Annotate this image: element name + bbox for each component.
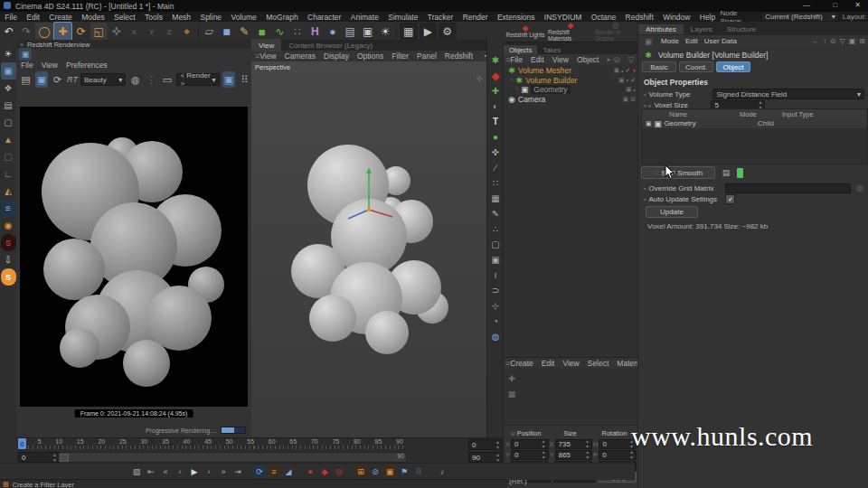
scatter-tool-icon[interactable]: ∷ [487,175,504,191]
redshift-gem-icon[interactable]: ◆ [487,68,504,83]
pen-tool-button[interactable]: ✎ [236,23,254,41]
object-menu-item[interactable]: View [552,55,569,64]
cube-sphere-icon[interactable]: ▤ [1,97,16,114]
keyframe-dot-icon[interactable]: • [644,185,646,192]
menu-item[interactable]: Edit [22,13,44,22]
box-preset-icon[interactable]: ▣ [1,62,16,80]
tab-attributes[interactable]: Attributes [638,24,684,34]
menu-item[interactable]: MoGraph [261,13,303,22]
undo-button[interactable]: ↶ [0,23,18,41]
position-lock-icon[interactable]: ⊞ [511,430,515,436]
next-key-button[interactable]: » [217,465,230,478]
generator-icon[interactable]: ✚ [487,83,504,99]
menu-item[interactable]: Help [695,13,721,22]
expand-arrow-icon[interactable]: ▸ [648,102,651,108]
key-scale-toggle[interactable]: ⊘ [369,465,382,478]
menu-item[interactable]: Window [658,13,695,22]
menu-item[interactable]: Mesh [167,13,195,22]
visibility-dots-icon[interactable]: • [621,68,623,74]
dots-icon[interactable]: ⋮ [145,71,158,88]
refresh-icon[interactable]: ⟳ [51,71,64,88]
renderview-menu-item[interactable]: View [42,61,58,70]
timeline-ruler[interactable]: 051015202530354045505560657075808590 [20,438,403,450]
folder-icon[interactable]: ▤ [720,166,732,179]
renderview-menu-item[interactable]: File [21,61,33,70]
ab-compare-icon[interactable]: ▣ [222,71,236,88]
camera-toggle-icon[interactable]: ⊞ [630,96,636,103]
substance-orange-icon[interactable]: S [1,268,16,286]
range-start-handle[interactable] [60,454,69,462]
material-menu-item[interactable]: Create [510,359,533,368]
size-y-field[interactable]: 865▴▾ [555,450,593,460]
move-tool-button[interactable]: ✚ [53,22,73,42]
menu-item[interactable]: Simulate [383,13,422,22]
history-back-icon[interactable]: ← [812,37,819,45]
redshift-materials-button[interactable]: ◆ Redshift Materials [548,23,593,41]
render-view-button[interactable]: ▦ [400,23,418,41]
viewport-menu-item[interactable]: Display [324,52,349,61]
material-menu-item[interactable]: Edit [542,359,555,368]
mode-icon[interactable]: ▣ [642,35,655,48]
visibility-checkbox-icon[interactable]: ▣ [613,67,619,74]
play-button[interactable]: ▶ [188,465,201,478]
goto-end-button[interactable]: ⇥ [231,465,244,478]
ramp-button[interactable]: ◢ [282,465,295,478]
menu-item[interactable]: Extensions [493,13,540,22]
spray-tool-icon[interactable]: ∴ [487,221,504,237]
tree-preset-icon[interactable]: ▲ [1,131,16,148]
snapshot-icon[interactable]: ▣ [35,71,49,88]
search-icon[interactable]: ⊙ [610,53,623,66]
visibility-checkbox-icon[interactable]: ▣ [626,86,632,93]
renderview-menu-item[interactable]: Preferences [66,61,108,70]
knife-tool-icon[interactable]: ∕ [487,160,504,175]
character-menu-button[interactable]: H [307,23,325,41]
lock-icon[interactable]: ▣ [849,37,856,45]
material-menu-item[interactable]: View [562,359,579,368]
node-space-dropdown[interactable]: Current (Redshift) ▾ [761,12,839,22]
filter-icon[interactable]: ▽ [840,37,845,45]
camera-menu-button[interactable]: ▣ [359,23,377,41]
range-end-field[interactable]: 90▴▾ [468,452,503,463]
magnet-tool-icon[interactable]: ⊃ [487,283,504,298]
live-selection-button[interactable]: ◯ [35,23,53,41]
tree-row-geometry[interactable]: └ ▣ Geometry ▣ • [504,85,638,95]
checker-material-icon[interactable]: ❖ [1,80,16,97]
blue-circle-tool-icon[interactable]: ◔ [487,314,504,329]
tab-content-browser[interactable]: Content Browser (Legacy) [281,41,380,51]
render-settings-button[interactable]: ⚙ [439,23,457,41]
menu-item[interactable]: Octane [587,13,621,22]
menu-item[interactable]: File [0,13,22,22]
material-menu-item[interactable]: Select [588,359,609,368]
menu-item[interactable]: Tracker [423,13,458,22]
new-panel-icon[interactable]: ⊞ [859,37,865,45]
render-button[interactable]: ▶ [420,23,438,41]
keyframe-dot-icon[interactable]: • [644,91,646,98]
dock-icon[interactable]: ▣ [19,48,32,61]
history-up-icon[interactable]: ↑ [823,37,826,45]
current-frame-field[interactable]: 0▴▾ [18,452,60,463]
link-target-icon[interactable]: ◎ [854,182,866,194]
make-editable-button[interactable]: ▱ [201,23,219,41]
new-material-icon[interactable]: ✚ [505,372,518,385]
listbox-row-geometry[interactable]: ▣ ▣ Geometry Child [642,118,867,128]
row-checkbox[interactable]: ▣ [646,120,652,127]
pass-dropdown[interactable]: Beauty ▾ [80,73,126,86]
mode-menu[interactable]: Mode [661,37,679,45]
palette-icon[interactable]: ▨ [130,465,143,478]
terrain-preset-icon[interactable]: ◭ [1,183,16,200]
autokey-button[interactable]: ◎ [333,465,345,478]
search-icon[interactable]: ⊙ [830,37,836,45]
size-x-field[interactable]: 735▴▾ [555,439,593,449]
x-axis-lock-button[interactable]: X [126,23,144,41]
visibility-dots-icon[interactable]: • [634,87,636,93]
key-position-toggle[interactable]: ⊞ [354,465,367,478]
volume-type-dropdown[interactable]: Signed Distance Field ▾ [712,89,864,99]
pos-x-field[interactable]: 0▴▾ [511,439,549,449]
enabled-check-icon[interactable]: ✓ [630,77,636,84]
camera-tool-icon[interactable]: ▣ [487,252,504,267]
menu-item[interactable]: Redshift [620,13,658,22]
tab-structure[interactable]: Structure [720,24,763,34]
tab-takes[interactable]: Takes [537,46,566,54]
import-icon[interactable]: ⇩ [1,251,16,268]
edit-menu[interactable]: Edit [685,37,698,45]
